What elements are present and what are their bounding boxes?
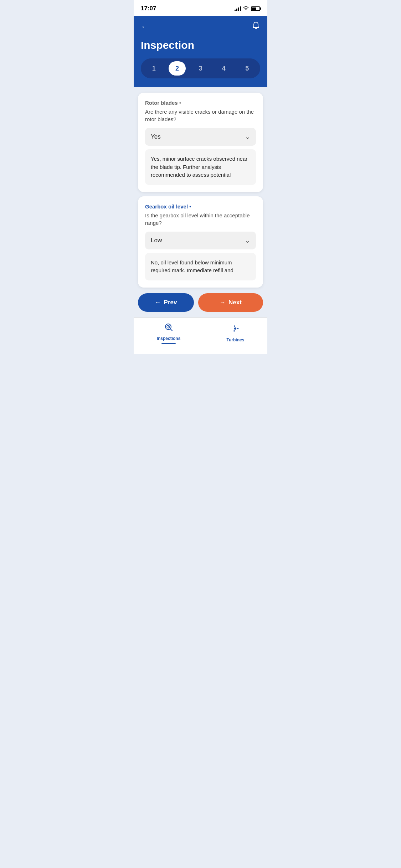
- gearbox-oil-answer: No, oil level found below minimum requir…: [145, 253, 256, 280]
- bottom-nav: Inspections Turbines: [134, 317, 267, 354]
- header: ← Inspection 1 2 3 4 5: [134, 16, 267, 87]
- status-icons: [235, 6, 260, 11]
- prev-label: Prev: [164, 299, 177, 306]
- gearbox-oil-value: Low: [151, 237, 162, 244]
- turbines-label: Turbines: [227, 337, 245, 342]
- inspections-label: Inspections: [157, 336, 181, 341]
- inspections-icon: [164, 322, 174, 335]
- active-indicator: [161, 343, 176, 344]
- nav-turbines[interactable]: Turbines: [227, 324, 245, 342]
- turbines-icon: [230, 324, 240, 336]
- next-label: Next: [228, 299, 242, 306]
- step-4[interactable]: 4: [215, 61, 232, 76]
- gearbox-oil-card: Gearbox oil level • Is the gearbox oil l…: [138, 196, 263, 288]
- step-1[interactable]: 1: [145, 61, 163, 76]
- rotor-blades-label: Rotor blades •: [145, 100, 256, 106]
- next-arrow-icon: →: [220, 299, 226, 306]
- prev-button[interactable]: ← Prev: [138, 293, 194, 312]
- next-button[interactable]: → Next: [198, 293, 263, 312]
- nav-inspections[interactable]: Inspections: [157, 322, 181, 344]
- signal-icon: [235, 6, 241, 11]
- main-content: Rotor blades • Are there any visible cra…: [134, 87, 267, 293]
- bell-icon[interactable]: [252, 21, 260, 32]
- svg-point-2: [234, 327, 236, 330]
- chevron-down-icon-2: ⌄: [245, 237, 250, 244]
- gearbox-oil-dropdown[interactable]: Low ⌄: [145, 232, 256, 249]
- wifi-icon: [243, 6, 249, 11]
- status-time: 17:07: [141, 5, 156, 12]
- chevron-down-icon: ⌄: [245, 133, 250, 141]
- step-5[interactable]: 5: [238, 61, 256, 76]
- gearbox-oil-label: Gearbox oil level •: [145, 203, 256, 210]
- step-2[interactable]: 2: [169, 61, 186, 76]
- back-button[interactable]: ←: [141, 22, 149, 31]
- battery-icon: [251, 6, 260, 11]
- rotor-blades-question: Are there any visible cracks or damage o…: [145, 108, 256, 123]
- gearbox-oil-question: Is the gearbox oil level within the acce…: [145, 212, 256, 227]
- rotor-blades-answer: Yes, minor surface cracks observed near …: [145, 149, 256, 185]
- prev-arrow-icon: ←: [155, 299, 161, 306]
- rotor-blades-card: Rotor blades • Are there any visible cra…: [138, 93, 263, 192]
- header-top: ←: [141, 21, 260, 32]
- page-title: Inspection: [141, 39, 260, 51]
- step-3[interactable]: 3: [192, 61, 209, 76]
- bottom-buttons: ← Prev → Next: [134, 293, 267, 317]
- step-indicators: 1 2 3 4 5: [141, 58, 260, 78]
- rotor-blades-value: Yes: [151, 133, 161, 140]
- status-bar: 17:07: [134, 0, 267, 16]
- rotor-blades-dropdown[interactable]: Yes ⌄: [145, 128, 256, 146]
